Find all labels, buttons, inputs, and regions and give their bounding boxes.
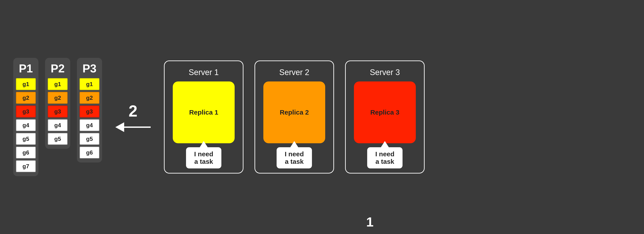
speech-bubble-text-server2: I need a task (276, 147, 312, 168)
speech-bubble-text-server3: I need a task (367, 147, 402, 168)
arrow-line (124, 127, 151, 128)
process-columns: P1g1g2g3g4g5g6g7P2g1g2g3g4g5P3g1g2g3g4g5… (13, 58, 102, 176)
server-title-server2: Server 2 (279, 68, 309, 77)
task-cell-g3: g3 (48, 106, 68, 117)
process-title-p1: P1 (19, 62, 33, 75)
task-cell-g7: g7 (16, 160, 36, 172)
task-cell-g3: g3 (80, 106, 100, 117)
server-title-server1: Server 1 (189, 68, 219, 77)
server-container-server1: Server 1Replica 1I need a task (164, 60, 244, 174)
task-cell-g6: g6 (16, 147, 36, 159)
arrow-body (115, 122, 151, 132)
process-title-p3: P3 (82, 62, 96, 75)
server-title-server3: Server 3 (370, 68, 400, 77)
servers-section: Server 1Replica 1I need a taskServer 2Re… (164, 60, 631, 174)
task-cell-g5: g5 (16, 133, 36, 145)
task-cell-g4: g4 (16, 119, 36, 131)
server-container-server2: Server 2Replica 2I need a task (254, 60, 334, 174)
task-cell-g2: g2 (80, 92, 100, 104)
task-cell-g2: g2 (48, 92, 68, 104)
process-column-p2: P2g1g2g3g4g5 (45, 58, 70, 149)
task-cell-g5: g5 (48, 133, 68, 145)
task-cell-g2: g2 (16, 92, 36, 104)
task-cell-g4: g4 (80, 119, 100, 131)
speech-bubble-tail-server1 (200, 141, 208, 147)
replica-box-server1: Replica 1 (173, 81, 234, 143)
main-layout: P1g1g2g3g4g5g6g7P2g1g2g3g4g5P3g1g2g3g4g5… (0, 0, 644, 234)
speech-bubble-tail-server3 (381, 141, 389, 147)
task-cell-g1: g1 (80, 78, 100, 90)
task-cell-g4: g4 (48, 119, 68, 131)
replica-box-server2: Replica 2 (263, 81, 325, 143)
server-container-server3: Server 3Replica 3I need a task (345, 60, 424, 174)
task-cell-g1: g1 (16, 78, 36, 90)
task-cell-g6: g6 (80, 147, 100, 159)
replica-box-server3: Replica 3 (354, 81, 416, 143)
task-cell-g5: g5 (80, 133, 100, 145)
speech-bubble-wrapper-server2: I need a task (276, 141, 312, 168)
task-cell-g1: g1 (48, 78, 68, 90)
speech-bubble-tail-server2 (290, 141, 298, 147)
speech-bubble-wrapper-server3: I need a task (367, 141, 402, 168)
process-title-p2: P2 (50, 62, 65, 75)
arrow-section: 2 (115, 102, 151, 132)
task-cell-g3: g3 (16, 106, 36, 117)
arrow-label: 2 (128, 102, 138, 120)
arrow-head-icon (115, 122, 124, 132)
process-column-p1: P1g1g2g3g4g5g6g7 (13, 58, 38, 176)
process-column-p3: P3g1g2g3g4g5g6 (77, 58, 102, 163)
speech-bubble-wrapper-server1: I need a task (186, 141, 221, 168)
step-number-1: 1 (366, 214, 374, 230)
speech-bubble-text-server1: I need a task (186, 147, 221, 168)
